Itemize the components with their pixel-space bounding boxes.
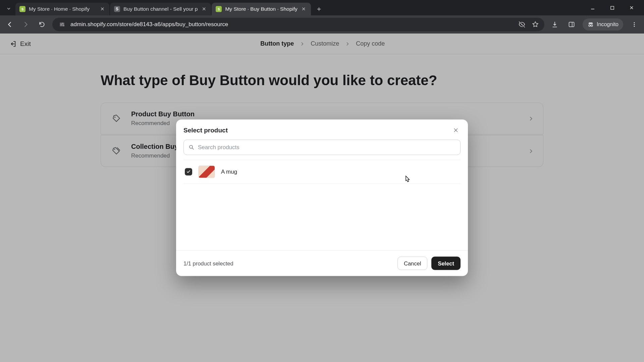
tabs-search-button[interactable] — [4, 4, 13, 13]
svg-point-12 — [190, 145, 193, 148]
svg-point-7 — [634, 22, 635, 23]
bookmark-star-button[interactable] — [532, 21, 539, 28]
check-icon — [186, 170, 191, 174]
browser-menu-button[interactable] — [629, 19, 640, 30]
select-label: Select — [438, 260, 454, 266]
maximize-icon — [610, 6, 614, 10]
cancel-button[interactable]: Cancel — [397, 257, 427, 270]
cancel-label: Cancel — [404, 260, 421, 266]
search-icon — [189, 144, 195, 150]
incognito-label: Incognito — [597, 21, 619, 27]
svg-point-8 — [634, 24, 635, 25]
tab-title: My Store · Home · Shopify — [29, 6, 96, 12]
svg-point-9 — [634, 26, 635, 27]
window-close-button[interactable] — [622, 1, 641, 14]
minimize-icon — [590, 5, 595, 10]
svg-rect-4 — [569, 22, 574, 26]
forward-button[interactable] — [20, 19, 32, 30]
product-name: A mug — [221, 169, 237, 175]
svg-point-6 — [591, 25, 593, 26]
select-product-modal: Select product A mug — [176, 120, 468, 276]
select-button[interactable]: Select — [431, 257, 461, 270]
tab-close-button[interactable]: ✕ — [301, 6, 307, 12]
tune-icon — [59, 21, 65, 27]
modal-footer: 1/1 product selected Cancel Select — [176, 250, 468, 276]
site-info-button[interactable] — [58, 20, 66, 29]
product-row[interactable]: A mug — [183, 160, 461, 184]
panel-icon — [568, 21, 575, 28]
modal-title: Select product — [183, 127, 228, 134]
incognito-icon — [587, 21, 594, 28]
svg-point-5 — [589, 25, 590, 26]
arrow-right-icon — [22, 21, 30, 28]
product-thumbnail — [198, 166, 215, 178]
browser-toolbar: admin.shopify.com/store/de8143-a6/apps/b… — [0, 15, 644, 34]
shopify-favicon-icon: s — [19, 6, 25, 12]
arrow-left-icon — [6, 21, 13, 28]
kebab-icon — [631, 21, 637, 27]
browser-tab[interactable]: s My Store · Home · Shopify ✕ — [15, 3, 109, 15]
product-search-input[interactable] — [198, 144, 455, 151]
back-button[interactable] — [4, 19, 15, 30]
sidepanel-button[interactable] — [566, 19, 577, 30]
svg-point-2 — [61, 24, 62, 25]
address-bar[interactable]: admin.shopify.com/store/de8143-a6/apps/b… — [52, 18, 544, 31]
reload-icon — [39, 21, 45, 28]
url-text: admin.shopify.com/store/de8143-a6/apps/b… — [70, 21, 514, 28]
chevron-down-icon — [6, 6, 11, 11]
tab-title: My Store · Buy Button · Shopify — [225, 6, 297, 12]
modal-body: A mug — [176, 140, 468, 187]
tab-title: Buy Button channel - Sell your p — [123, 6, 198, 12]
window-minimize-button[interactable] — [583, 1, 602, 14]
browser-chrome: s My Store · Home · Shopify ✕ S Buy Butt… — [0, 0, 644, 34]
new-tab-button[interactable]: ＋ — [314, 3, 324, 14]
page: Exit Button type Customize Copy code Wha… — [0, 34, 644, 362]
svg-point-3 — [63, 25, 64, 26]
product-checkbox[interactable] — [185, 168, 192, 176]
tab-close-button[interactable]: ✕ — [99, 6, 105, 12]
modal-close-button[interactable] — [451, 126, 461, 135]
window-maximize-button[interactable] — [602, 1, 622, 14]
selection-count: 1/1 product selected — [183, 260, 233, 266]
generic-favicon-icon: S — [114, 6, 120, 12]
tab-close-button[interactable]: ✕ — [201, 6, 207, 12]
modal-spacer — [176, 187, 468, 250]
browser-tab[interactable]: S Buy Button channel - Sell your p ✕ — [110, 3, 211, 15]
download-icon — [551, 21, 558, 28]
tab-strip: s My Store · Home · Shopify ✕ S Buy Butt… — [0, 0, 644, 15]
incognito-chip[interactable]: Incognito — [583, 18, 623, 31]
shopify-favicon-icon: s — [216, 6, 222, 12]
eye-off-icon[interactable] — [518, 21, 526, 28]
product-list: A mug — [183, 160, 461, 184]
product-search[interactable] — [183, 140, 461, 155]
modal-header: Select product — [176, 120, 468, 140]
window-controls — [583, 0, 641, 15]
downloads-button[interactable] — [549, 19, 560, 30]
svg-point-1 — [62, 23, 63, 24]
close-icon — [453, 128, 459, 133]
close-icon — [629, 5, 634, 10]
browser-tab[interactable]: s My Store · Buy Button · Shopify ✕ — [212, 3, 311, 15]
svg-rect-0 — [610, 6, 613, 9]
reload-button[interactable] — [36, 19, 48, 30]
